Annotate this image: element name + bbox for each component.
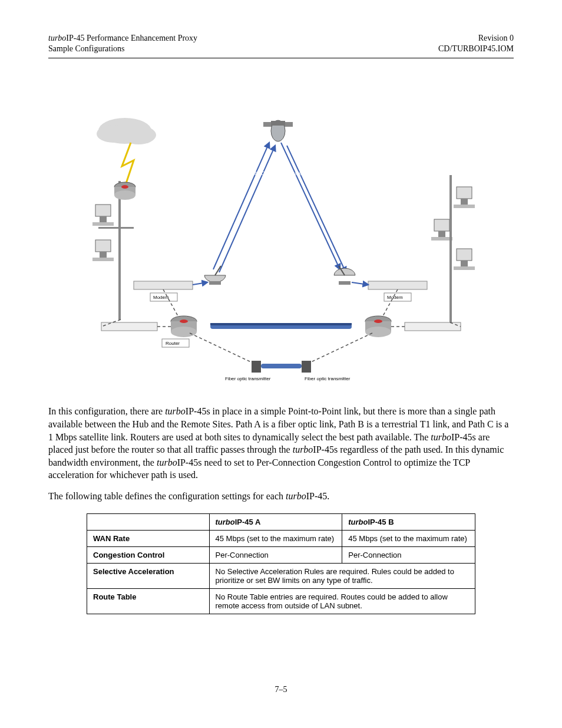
dish-icon (204, 266, 226, 285)
cell: Per-Connection (209, 546, 342, 563)
row-selective: Selective Acceleration (87, 563, 210, 588)
svg-rect-37 (368, 281, 427, 289)
svg-rect-10 (95, 205, 111, 216)
header-left-line1: turboIP-45 Performance Enhancement Proxy (48, 33, 197, 44)
svg-rect-14 (100, 252, 107, 258)
svg-rect-33 (209, 281, 221, 285)
router-label: Router (166, 341, 180, 346)
workstation-icon (454, 187, 475, 208)
svg-rect-20 (454, 205, 475, 208)
header-right-line2: CD/TURBOIP45.IOM (438, 44, 514, 54)
svg-rect-17 (98, 227, 134, 229)
workstation-icon (431, 219, 452, 241)
cell: No Selective Acceleration Rules are requ… (209, 563, 475, 588)
config-table: turboIP-45 A turboIP-45 B WAN Rate 45 Mb… (87, 513, 475, 614)
svg-line-9 (287, 146, 346, 272)
svg-point-51 (374, 319, 382, 323)
paragraph-2: The following table defines the configur… (48, 490, 514, 503)
svg-line-56 (308, 333, 372, 364)
svg-rect-27 (449, 175, 452, 322)
tip-a-label: turboIP‑45 A (111, 335, 141, 341)
table-header-b: turboIP-45 B (342, 513, 475, 530)
svg-point-46 (171, 327, 197, 337)
table-header-blank (87, 513, 210, 530)
workstation-icon (92, 240, 114, 261)
cell: No Route Table entries are required. Rou… (209, 588, 475, 614)
svg-rect-24 (457, 249, 472, 261)
router-icon (171, 316, 197, 337)
tip-b-label: turboIP‑45 B (415, 335, 445, 341)
svg-rect-19 (461, 199, 468, 205)
svg-rect-35 (339, 281, 351, 285)
satellite-icon (263, 120, 293, 141)
section-heading: 7.4 Point-to-Point with Multiple Paths (48, 76, 514, 87)
workstation-icon (454, 249, 475, 270)
svg-rect-16 (118, 181, 121, 319)
cell: Per-Connection (342, 546, 475, 563)
svg-rect-26 (454, 266, 475, 270)
svg-rect-15 (92, 258, 114, 261)
svg-rect-36 (134, 281, 193, 289)
svg-point-31 (121, 185, 128, 189)
header-left-line2: Sample Configurations (48, 44, 197, 54)
router-icon (365, 316, 391, 337)
svg-rect-18 (457, 187, 472, 199)
cell: 45 Mbps (set to the maximum rate) (342, 530, 475, 546)
svg-rect-22 (438, 231, 445, 237)
svg-rect-23 (431, 237, 452, 241)
t1-link-label: Path B — terrestrial T1 link (252, 317, 315, 322)
svg-point-2 (121, 126, 156, 144)
svg-rect-57 (252, 361, 261, 373)
svg-point-50 (365, 327, 391, 337)
svg-rect-11 (100, 216, 107, 222)
row-wan-rate: WAN Rate (87, 530, 210, 546)
sat-link-label: Path C — 1 Mbps satellite link (249, 170, 320, 176)
svg-rect-12 (92, 222, 114, 226)
fiber-tx-label: Fiber optic transmitter (225, 376, 271, 381)
svg-rect-54 (210, 323, 352, 325)
svg-line-41 (352, 282, 368, 285)
paragraph-1: In this configuration, there are turboIP… (48, 405, 514, 482)
svg-rect-58 (302, 361, 311, 373)
header-left: turboIP-45 Performance Enhancement Proxy… (48, 33, 197, 54)
cell: 45 Mbps (set to the maximum rate) (209, 530, 342, 546)
svg-point-47 (180, 319, 188, 323)
workstation-icon (92, 205, 114, 226)
topology-diagram: Modem Modem Router (75, 110, 487, 393)
row-congestion: Congestion Control (87, 546, 210, 563)
modem-label: Modem (387, 295, 403, 300)
svg-rect-25 (461, 261, 468, 266)
svg-line-8 (281, 143, 340, 269)
svg-line-7 (219, 146, 275, 272)
svg-line-6 (213, 143, 269, 269)
row-route: Route Table (87, 588, 210, 614)
table-header-a: turboIP-45 A (209, 513, 342, 530)
svg-rect-21 (434, 219, 449, 231)
page-number: 7–5 (48, 685, 514, 694)
svg-line-40 (193, 282, 207, 285)
header-right: Revision 0 CD/TURBOIP45.IOM (438, 33, 514, 54)
svg-rect-5 (271, 121, 285, 126)
svg-line-55 (190, 333, 254, 364)
page-header: turboIP-45 Performance Enhancement Proxy… (48, 33, 514, 58)
svg-rect-59 (261, 364, 302, 368)
fiber-tx-label: Fiber optic transmitter (305, 376, 351, 381)
fiber-link-label: Path A — fiber optic link (252, 352, 308, 358)
svg-rect-13 (95, 240, 111, 252)
header-right-line1: Revision 0 (438, 33, 514, 44)
svg-point-30 (114, 190, 135, 200)
